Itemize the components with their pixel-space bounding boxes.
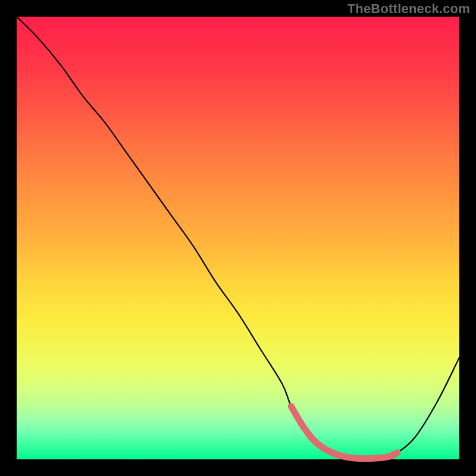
marker-region: [291, 406, 397, 459]
chart-svg: [17, 17, 459, 459]
chart-outer: TheBottleneck.com: [0, 0, 476, 476]
main-curve: [17, 17, 459, 459]
plot-area: [17, 17, 459, 459]
watermark-text: TheBottleneck.com: [347, 1, 470, 17]
